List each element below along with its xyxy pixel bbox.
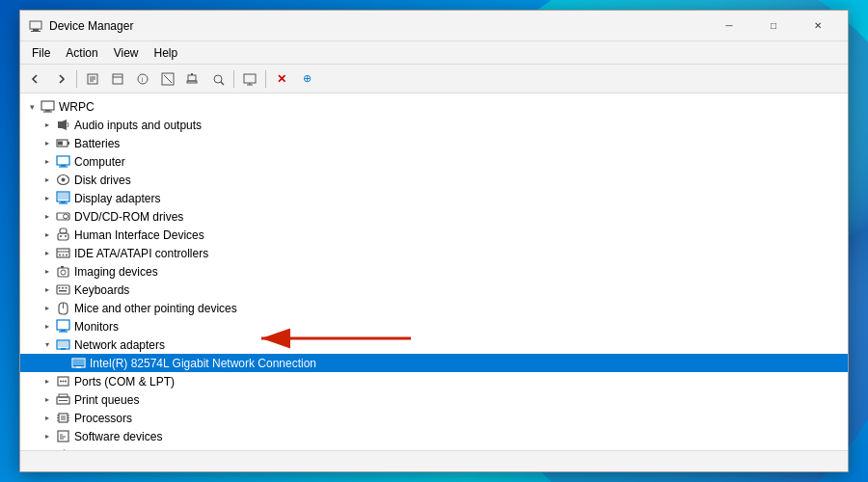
- tree-root[interactable]: ▾ WRPC: [20, 97, 848, 116]
- tree-item-computer[interactable]: ▸ Computer: [20, 152, 848, 171]
- software-label: Software devices: [74, 430, 162, 443]
- device-tree[interactable]: ▾ WRPC ▸ Audio inputs and outputs ▸ Batt…: [20, 94, 848, 450]
- svg-rect-15: [191, 73, 193, 75]
- ports-icon: [55, 374, 70, 389]
- expand-icon-processors: ▸: [40, 411, 55, 426]
- tree-item-network[interactable]: ▾ Network adapters: [20, 335, 848, 354]
- tree-item-dvd[interactable]: ▸ DVD/CD-ROM drives: [20, 207, 848, 226]
- audio-label: Audio inputs and outputs: [74, 119, 202, 132]
- update-driver-button[interactable]: [106, 68, 129, 90]
- minimize-button[interactable]: ─: [707, 11, 751, 41]
- monitors-label: Monitors: [74, 320, 119, 334]
- printqueues-icon: [55, 392, 70, 408]
- svg-rect-58: [61, 330, 66, 332]
- forward-button[interactable]: [49, 68, 72, 90]
- enable-button[interactable]: i: [131, 68, 154, 90]
- tree-item-imaging[interactable]: ▸ Imaging devices: [20, 262, 848, 281]
- expand-icon-computer: ▸: [40, 154, 55, 170]
- svg-rect-40: [58, 233, 68, 240]
- tree-item-ide[interactable]: ▸ IDE ATA/ATAPI controllers: [20, 244, 848, 262]
- mice-label: Mice and other pointing devices: [74, 302, 237, 315]
- svg-point-69: [65, 381, 67, 383]
- display-icon: [55, 191, 70, 206]
- svg-rect-52: [58, 287, 60, 289]
- menu-help[interactable]: Help: [147, 44, 186, 62]
- tree-item-audio[interactable]: ▸ Audio inputs and outputs: [20, 116, 848, 134]
- processors-label: Processors: [74, 412, 132, 425]
- expand-icon-network: ▾: [40, 337, 55, 353]
- keyboards-icon: [55, 282, 70, 298]
- tree-item-display[interactable]: ▸ Display adapters: [20, 189, 848, 207]
- svg-rect-2: [31, 31, 41, 32]
- svg-rect-64: [73, 360, 84, 365]
- tree-item-mice[interactable]: ▸ Mice and other pointing devices: [20, 299, 848, 317]
- computer-label: Computer: [74, 155, 125, 169]
- diskdrives-icon: [55, 173, 70, 188]
- svg-rect-55: [59, 290, 67, 292]
- svg-point-68: [62, 381, 64, 383]
- close-x-button[interactable]: ✕: [270, 68, 293, 90]
- tree-item-software[interactable]: ▸ Software devices: [20, 427, 848, 445]
- svg-rect-61: [58, 341, 68, 347]
- display-button[interactable]: [238, 68, 261, 90]
- svg-point-49: [61, 270, 66, 275]
- dvd-label: DVD/CD-ROM drives: [74, 210, 183, 224]
- expand-icon-ports: ▸: [40, 374, 55, 389]
- svg-rect-26: [68, 142, 69, 145]
- toolbar-sep-2: [233, 70, 234, 88]
- tree-item-monitors[interactable]: ▸ Monitors: [20, 317, 848, 335]
- menu-bar: File Action View Help: [20, 41, 848, 65]
- window-title: Device Manager: [49, 19, 707, 33]
- properties-button[interactable]: [81, 68, 104, 90]
- device-manager-window: Device Manager ─ □ ✕ File Action View He…: [19, 10, 849, 472]
- tree-item-printqueues[interactable]: ▸ Print queues: [20, 390, 848, 409]
- ports-label: Ports (COM & LPT): [74, 375, 175, 388]
- intel-nic-label: Intel(R) 82574L Gigabit Network Connecti…: [90, 357, 316, 370]
- expand-icon-ide: ▸: [40, 246, 55, 261]
- tree-item-hid[interactable]: ▸ Human Interface Devices: [20, 226, 848, 244]
- uninstall-button[interactable]: [181, 68, 204, 90]
- menu-view[interactable]: View: [106, 44, 147, 62]
- svg-rect-14: [187, 81, 197, 83]
- svg-rect-0: [30, 21, 41, 29]
- svg-point-42: [65, 235, 67, 237]
- software-icon: [55, 429, 70, 444]
- tree-item-batteries[interactable]: ▸ Batteries: [20, 134, 848, 152]
- close-button[interactable]: ✕: [796, 11, 840, 41]
- svg-rect-74: [61, 415, 66, 420]
- svg-rect-18: [244, 74, 256, 83]
- expand-icon-dvd: ▸: [40, 209, 55, 225]
- svg-point-45: [59, 254, 61, 256]
- toolbar-sep-1: [76, 70, 77, 88]
- svg-rect-48: [58, 268, 68, 277]
- svg-rect-27: [58, 142, 63, 146]
- svg-line-17: [221, 82, 224, 85]
- printqueues-label: Print queues: [74, 393, 139, 407]
- expand-icon-mice: ▸: [40, 301, 55, 316]
- status-bar: [20, 450, 848, 471]
- tree-item-intel-nic[interactable]: Intel(R) 82574L Gigabit Network Connecti…: [20, 354, 848, 372]
- scan-button[interactable]: [206, 68, 230, 90]
- tree-item-ports[interactable]: ▸ Ports (COM & LPT): [20, 372, 848, 390]
- disable-button[interactable]: [156, 68, 179, 90]
- svg-rect-39: [60, 228, 67, 233]
- expand-icon-intel-nic: [55, 356, 70, 371]
- menu-action[interactable]: Action: [58, 44, 105, 62]
- hid-label: Human Interface Devices: [74, 228, 204, 242]
- tree-item-diskdrives[interactable]: ▸ Disk drives: [20, 171, 848, 189]
- intel-nic-icon: [70, 356, 86, 371]
- expand-icon-printqueues: ▸: [40, 392, 55, 408]
- add-button[interactable]: ⊕: [295, 68, 318, 90]
- tree-item-keyboards[interactable]: ▸ Keyboards: [20, 281, 848, 299]
- back-button[interactable]: [24, 68, 47, 90]
- mice-icon: [55, 301, 70, 316]
- maximize-button[interactable]: □: [751, 11, 796, 41]
- svg-rect-71: [59, 394, 68, 397]
- menu-file[interactable]: File: [24, 44, 58, 62]
- toolbar: i ✕ ⊕: [20, 65, 848, 94]
- tree-item-processors[interactable]: ▸ Processors: [20, 409, 848, 427]
- window-controls: ─ □ ✕: [707, 11, 840, 41]
- keyboards-label: Keyboards: [74, 283, 129, 297]
- expand-icon-diskdrives: ▸: [40, 173, 55, 188]
- svg-line-12: [164, 75, 172, 83]
